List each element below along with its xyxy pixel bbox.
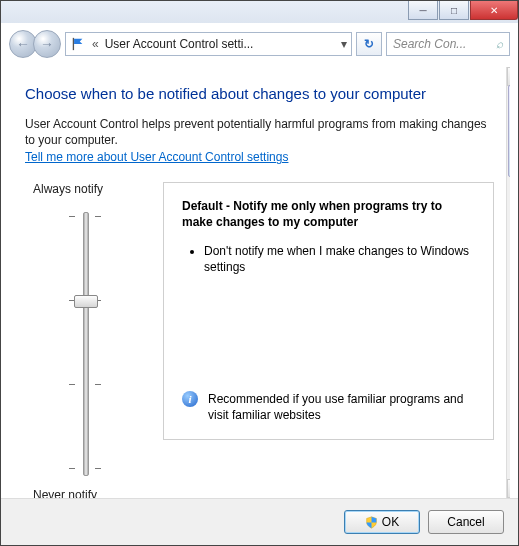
scroll-up[interactable]: ▲ — [507, 67, 510, 86]
maximize-button[interactable]: □ — [439, 1, 469, 20]
slider-zone: Always notify Never notify — [25, 182, 145, 498]
info-icon: i — [182, 391, 198, 407]
scrollbar[interactable]: ▲ ▼ — [506, 67, 510, 498]
panel-title: Default - Notify me only when programs t… — [182, 199, 475, 230]
forward-button[interactable]: → — [33, 30, 61, 58]
slider-thumb[interactable] — [74, 295, 98, 308]
scroll-down[interactable]: ▼ — [507, 479, 510, 498]
toolbar: ← → « User Account Control setti... ▾ ↻ … — [9, 29, 510, 59]
intro-text: User Account Control helps prevent poten… — [25, 116, 494, 148]
recommendation-text: Recommended if you use familiar programs… — [208, 391, 475, 423]
search-input[interactable]: Search Con... ⌕ — [386, 32, 510, 56]
slider-tick — [69, 216, 101, 217]
svg-rect-0 — [73, 38, 74, 50]
nav-buttons: ← → — [9, 29, 61, 59]
ok-button[interactable]: OK — [344, 510, 420, 534]
page-title: Choose when to be notified about changes… — [25, 85, 494, 102]
body: Always notify Never notify Default - Not… — [25, 182, 494, 498]
breadcrumb-text: User Account Control setti... — [105, 37, 254, 51]
slider-rail — [83, 212, 89, 476]
slider-tick — [69, 468, 101, 469]
shield-icon — [365, 516, 378, 529]
scroll-thumb[interactable] — [508, 85, 510, 177]
search-placeholder: Search Con... — [393, 37, 466, 51]
search-icon: ⌕ — [496, 37, 503, 51]
chevron-down-icon[interactable]: ▾ — [341, 37, 347, 51]
flag-icon — [70, 37, 86, 51]
slider-top-label: Always notify — [33, 182, 145, 196]
slider-tick — [69, 384, 101, 385]
list-item: Don't notify me when I make changes to W… — [204, 243, 475, 275]
slider-bottom-label: Never notify — [33, 488, 145, 498]
close-button[interactable]: ✕ — [470, 1, 518, 20]
refresh-button[interactable]: ↻ — [356, 32, 382, 56]
breadcrumb[interactable]: « User Account Control setti... ▾ — [65, 32, 352, 56]
ok-label: OK — [382, 515, 399, 529]
chevron-icon: « — [92, 37, 99, 51]
window: ─ □ ✕ ← → « User Account Control setti..… — [0, 0, 519, 546]
slider-track[interactable] — [25, 204, 145, 484]
panel-list: Don't notify me when I make changes to W… — [186, 243, 475, 281]
footer: OK Cancel — [1, 498, 518, 545]
content-area: Choose when to be notified about changes… — [9, 67, 510, 498]
cancel-label: Cancel — [447, 515, 484, 529]
help-link[interactable]: Tell me more about User Account Control … — [25, 150, 288, 164]
description-panel: Default - Notify me only when programs t… — [163, 182, 494, 440]
minimize-button[interactable]: ─ — [408, 1, 438, 20]
titlebar: ─ □ ✕ — [1, 1, 518, 23]
recommendation: i Recommended if you use familiar progra… — [182, 391, 475, 423]
cancel-button[interactable]: Cancel — [428, 510, 504, 534]
